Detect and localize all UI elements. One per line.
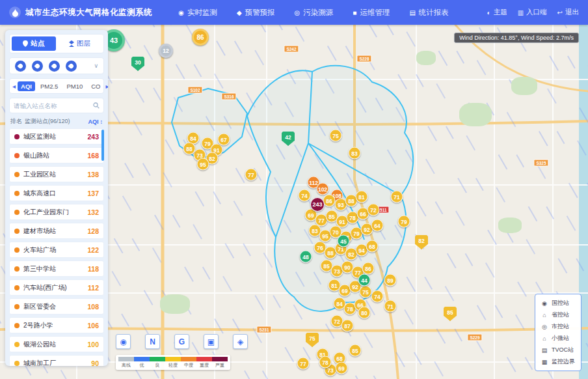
filter-icon-3[interactable] [49,61,60,72]
filter-icon-1[interactable] [15,61,26,72]
station-list-item[interactable]: 工业园区站 138 [9,166,104,182]
station-list-item[interactable]: 新区管委会 108 [9,298,104,315]
station-marker[interactable]: 72 [368,204,380,216]
station-marker[interactable]: 45 [338,235,350,247]
station-aqi-value: 128 [87,227,99,235]
station-marker[interactable]: 67 [218,133,230,146]
station-marker[interactable]: 89 [384,274,397,287]
header-action-link[interactable]: ◐ 主题 [487,8,507,17]
station-marker[interactable]: 74 [371,290,384,303]
station-marker[interactable]: 87 [341,320,354,332]
station-list-item[interactable]: 银湖公园站 100 [9,336,104,352]
wind-info-box: Wind Direction: 41.85°, Wind Speed: 2.7m… [454,33,579,43]
station-marker[interactable]: 75 [330,130,342,142]
station-list-item[interactable]: 第三中学站 118 [9,260,104,277]
pollutant-chip[interactable]: PM10 [63,81,86,91]
station-list-header: 排名 监测站点(96/120) AQI ↕ [9,117,104,126]
pollutant-chip-aqi[interactable]: AQI [18,81,35,91]
tab-layers[interactable]: 图层 [58,36,102,51]
station-marker[interactable]: 71 [384,300,397,313]
metric-column-label[interactable]: AQI [88,119,98,125]
station-marker[interactable]: 86 [192,29,209,46]
station-marker[interactable]: 12 [159,44,173,58]
station-marker[interactable]: 95 [197,158,209,171]
station-list-item[interactable]: 城东高速口 137 [9,185,104,201]
station-marker[interactable]: 71 [391,191,403,203]
legend-type-icon: ⌂ [541,312,548,318]
station-list-item[interactable]: 火车站广场 122 [9,242,104,258]
pollutant-prev-arrow[interactable]: ◂ [12,83,16,90]
station-marker[interactable]: 48 [300,251,312,263]
chevron-down-icon[interactable]: ∨ [94,63,98,69]
filter-icon-row: ∨ [9,57,104,74]
station-marker[interactable]: 85 [349,344,362,357]
map-control-button[interactable]: G [174,334,189,349]
station-marker[interactable]: 80 [358,307,371,319]
list-scrollbar[interactable] [101,130,104,161]
legend-type-label: 国控站 [552,299,569,307]
station-marker[interactable]: 64 [371,219,384,232]
tab-stations[interactable]: 站点 [12,36,56,51]
legend-type-label: 省控站 [552,311,569,319]
sort-icon[interactable]: ↕ [100,119,103,125]
nav-menu-item[interactable]: ◉ 实时监测 [178,8,217,18]
header-action-label: 退出 [565,8,579,17]
station-marker[interactable]: 77 [297,358,310,370]
road-shield-label: S231 [256,326,271,333]
nav-menu-item[interactable]: ■ 运维管理 [353,8,390,18]
search-icon [93,102,100,109]
station-marker[interactable]: 74 [299,190,311,202]
nav-menu-item[interactable]: ◆ 预警预报 [237,8,275,18]
aqi-legend-label: 重度 [196,362,212,369]
station-marker[interactable]: 77 [245,169,258,181]
station-marker[interactable]: 81 [356,191,368,203]
station-marker[interactable]: 86 [362,262,375,275]
station-marker[interactable]: 75 [360,286,372,298]
pollutant-next-arrow[interactable]: ▸ [105,83,108,90]
legend-row: ▤ TVOC站 [541,346,575,354]
nav-menu-item[interactable]: ◎ 污染溯源 [295,8,334,18]
pollutant-chip[interactable]: CO [88,81,103,91]
map-control-button[interactable]: ▣ [204,334,219,349]
map-control-button[interactable]: ◈ [233,334,248,349]
station-marker[interactable]: 88 [183,143,196,155]
map-control-button[interactable]: ◉ [116,334,131,349]
station-name: 工业园区站 [23,170,83,179]
map-canvas[interactable]: S102S316S242S228S325G1511S229S320S231 43… [0,25,588,379]
header-action-link[interactable]: ▥ 入口端 [518,8,547,17]
station-marker[interactable]: 83 [349,147,361,160]
station-marker[interactable]: 44 [358,274,371,287]
station-name: 新区管委会 [23,302,83,311]
station-list-item[interactable]: 银山路站 168 [9,147,104,163]
app-window: 城市生态环境大气网格化监测系统 ◉ 实时监测 ◆ 预警预报 ◎ 污染溯源 ■ 运… [0,0,588,379]
header-action-icon: ◐ [487,9,491,16]
station-marker[interactable]: 68 [366,240,379,253]
search-input[interactable] [14,102,93,109]
station-list-item[interactable]: 建材市场站 128 [9,223,104,239]
station-aqi-value: 132 [87,208,99,216]
pollutant-chip[interactable]: PM2.5 [37,81,61,91]
map-control-button[interactable]: N [145,334,160,349]
station-list-item[interactable]: 汽车站(西广场) 112 [9,279,104,296]
filter-icon-2[interactable] [32,61,43,72]
station-list-item[interactable]: 城南加工厂 90 [9,355,104,366]
map-park-area [511,77,537,95]
station-list-item[interactable]: 城区监测站 243 [9,128,104,145]
legend-type-label: 监控边界 [552,358,575,366]
nav-item-icon: ▤ [409,9,415,16]
header-action-link[interactable]: ↩ 退出 [557,8,579,17]
station-list-item[interactable]: 化工产业园东门 132 [9,204,104,220]
station-marker[interactable]: 243 [310,197,325,212]
main-nav: ◉ 实时监测 ◆ 预警预报 ◎ 污染溯源 ■ 运维管理 ▤ 统计报表 [172,8,455,18]
filter-icon-4[interactable] [66,61,77,72]
road-shield-label: S102 [187,87,202,94]
aqi-legend-label: 良 [150,362,165,369]
station-marker[interactable]: 102 [317,183,329,195]
station-marker[interactable]: 69 [336,362,348,374]
nav-menu-item[interactable]: ▤ 统计报表 [409,8,448,18]
station-marker[interactable]: 86 [323,195,336,207]
droplet-icon [18,63,24,69]
station-marker[interactable]: 79 [398,216,410,228]
station-marker[interactable]: 78 [319,356,332,369]
station-list-item[interactable]: 2号路小学 106 [9,317,104,333]
